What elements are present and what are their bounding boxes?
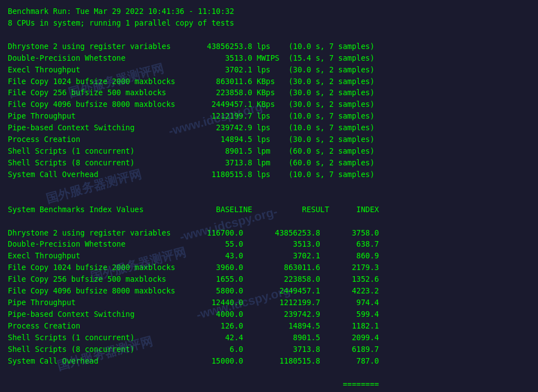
index-results: Dhrystone 2 using register variables 116… [8, 228, 379, 365]
benchmark-results: Dhrystone 2 using register variables 438… [8, 42, 374, 179]
separator: ======== [8, 380, 379, 389]
header-line1: Benchmark Run: Tue Mar 29 2022 10:41:36 … [8, 7, 234, 16]
index-header-row: System Benchmarks Index Values BASELINE … [8, 205, 379, 214]
header-line2: 8 CPUs in system; running 1 parallel cop… [8, 18, 234, 27]
benchmark-output: Benchmark Run: Tue Mar 29 2022 10:41:36 … [8, 6, 530, 392]
